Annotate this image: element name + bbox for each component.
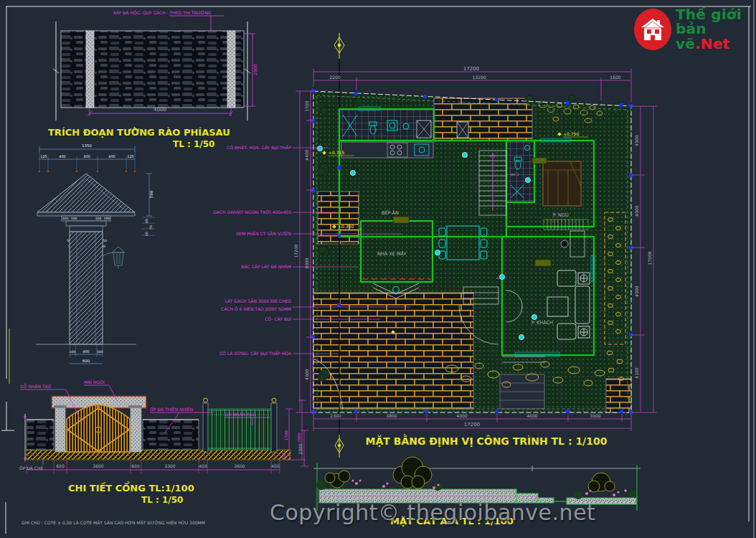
pillar-dim-total-bottom: 600: [82, 359, 90, 363]
lantern-icon: [103, 247, 125, 269]
plan-dim: 3800: [386, 413, 397, 418]
plan-dim: 4000: [456, 413, 467, 418]
pillar-dim: 100: [97, 350, 103, 354]
pillar-dim: 100: [70, 350, 76, 354]
room-label-wc: WC 2: [511, 173, 519, 176]
plan-dim: 17200: [463, 66, 479, 72]
plan-dim: 3000: [590, 413, 600, 418]
gate-label-wood-right: GỖ NHÂN TẠO: [225, 411, 256, 417]
plan-dim: 4400: [304, 149, 309, 160]
plan-dim: 2300: [330, 413, 341, 418]
gate-dim: 600: [56, 463, 65, 468]
plan-dim: 4000: [634, 135, 639, 146]
pillar-dim: 60: [145, 219, 148, 223]
svg-text:+0.750: +0.750: [563, 131, 579, 136]
plan-dim: 1500: [304, 100, 309, 111]
svg-text:GẠCH GRANIT NGOÀI TRỜI 400x400: GẠCH GRANIT NGOÀI TRỜI 400x400: [213, 209, 291, 215]
gate-dim: 1500: [284, 430, 288, 440]
gate-dim: 500: [282, 450, 286, 458]
gate-dim: 400: [271, 463, 280, 468]
gate-dim: 3600: [93, 463, 103, 468]
fence-detail: XÂY ĐÁ HỘC- QUY CÁCH : THEO THỊ TRƯỜNG 4…: [48, 10, 257, 149]
pillar-dim: 100: [95, 217, 102, 220]
section-bushes: [325, 457, 615, 492]
fence-title: TRÍCH ĐOẠN TƯỜNG RÀO PHÍASAU: [48, 127, 230, 138]
gate-label-roof: MÁI NGÓI: [84, 379, 105, 384]
plan-dim: 4100: [634, 367, 639, 378]
svg-text:CỎ- CÂY BỤI: CỎ- CÂY BỤI: [265, 316, 291, 322]
svg-text:BẬC CẤP LÁT ĐÁ NHÁM: BẬC CẤP LÁT ĐÁ NHÁM: [241, 263, 291, 270]
survey-symbol-bottom: [335, 435, 344, 458]
gate-label-stone-natural: ỐP ĐÁ THIÊN NHIÊN: [150, 406, 193, 412]
gate-dim: 400: [199, 463, 207, 468]
svg-text:+0.300: +0.300: [338, 224, 354, 229]
logo-house-icon: [634, 9, 671, 50]
fence-dim-width: 4000: [153, 107, 166, 113]
pillar-dim: 300: [83, 154, 90, 159]
pillar-dim: 400: [82, 349, 90, 354]
svg-text:CÁCH Ô 6 VIÊN TẠO JIONT 50MM: CÁCH Ô 6 VIÊN TẠO JIONT 50MM: [221, 306, 291, 312]
gate-scale: TL : 1/50: [141, 495, 183, 505]
logo-text-suffix: .Net: [695, 35, 729, 52]
gate-dim: 3300: [164, 463, 175, 468]
gate-dim: 600: [131, 463, 140, 468]
plan-dim: 13200: [472, 75, 486, 80]
plan-dim: 17200: [464, 422, 480, 428]
fence-note: XÂY ĐÁ HỘC- QUY CÁCH : THEO THỊ TRƯỜNG: [113, 10, 212, 16]
pillar-dim: 125: [127, 154, 134, 159]
plan-dim: 4600: [304, 369, 309, 379]
gate-dim: 2000: [297, 433, 301, 443]
cad-application-window: XÂY ĐÁ HỘC- QUY CÁCH : THEO THỊ TRƯỜNG 4…: [0, 0, 756, 538]
gate-label-stone-split: ỐP ĐÁ CHẺ: [19, 465, 44, 471]
bed: [543, 161, 581, 206]
svg-text:XEM PHẦN CT SÂN VƯỜN: XEM PHẦN CT SÂN VƯỜN: [236, 230, 291, 236]
gate-label-wood-left: GỖ NHÂN TẠO: [20, 383, 52, 390]
pillar-dim: 400: [59, 154, 66, 159]
plan-dim: 4000: [634, 285, 639, 296]
fence-dim-height: 2000: [252, 64, 257, 75]
pillar-dim-total-top: 1350: [82, 143, 92, 148]
plan-dim: 17000: [647, 251, 652, 265]
logo-text-line1: Thế giới: [676, 7, 756, 22]
plan-dim: 1600: [610, 75, 620, 80]
svg-text:CỎ LÁ GỪNG- CÂY BỤI THẤP-HOA: CỎ LÁ GỪNG- CÂY BỤI THẤP-HOA: [219, 350, 292, 357]
plan-dim: 2000: [298, 443, 303, 454]
svg-text:CỎ NHẬT- HOA- CÂY BỤI THẤP: CỎ NHẬT- HOA- CÂY BỤI THẤP: [227, 144, 291, 151]
room-label-living: P. KHÁCH: [531, 319, 553, 326]
survey-symbol-top: [334, 33, 344, 59]
pillar-dim: 125: [40, 154, 47, 159]
room-label-kitchen: BẾP-ĂN: [382, 209, 399, 216]
plan-dim: 2200: [329, 75, 340, 80]
pillar-dim-roof: 590: [149, 190, 153, 198]
site-plan: BẾP-ĂN NHÀ XE MÁY P. KHÁCH P. NGỦ WC 2 1…: [213, 33, 657, 466]
pillar-dim: 100: [104, 217, 110, 220]
pillar-dim: 400: [108, 154, 115, 159]
plan-dim: 17200: [293, 244, 298, 258]
room-label-bedroom: P. NGỦ: [553, 212, 569, 218]
svg-text:LÁT GẠCH SÂN 300X300 CHÉO: LÁT GẠCH SÂN 300X300 CHÉO: [225, 298, 291, 304]
fence-scale: TL : 1/50: [173, 139, 214, 149]
plan-dim: 4000: [526, 413, 537, 418]
plan-title: MẶT BẰNG ĐỊNH VỊ CÔNG TRÌNH TL : 1/100: [366, 434, 608, 447]
drawing-canvas[interactable]: XÂY ĐÁ HỘC- QUY CÁCH : THEO THỊ TRƯỜNG 4…: [0, 0, 756, 538]
pillar-dim: 100: [62, 217, 69, 220]
room-label-garage: NHÀ XE MÁY: [377, 250, 406, 257]
gate-title: CHI TIẾT CỔNG TL:1/100: [68, 481, 194, 494]
gate-dim: 3600: [234, 463, 245, 468]
pillar-detail: 1350 125 400 300 400 125 590 100 100 100…: [36, 143, 155, 364]
site-logo: Thế giới bản vẽ.Net: [634, 7, 756, 51]
pillar-dim: 50: [103, 239, 107, 242]
command-bar: × > ▾ Type a command: [0, 521, 756, 538]
pillar-dim: 100: [71, 217, 77, 220]
plan-dim: 4000: [634, 205, 639, 216]
gate-detail: 1500 2000 500 600 3600 600 3300 400 3600…: [19, 379, 306, 526]
svg-text:+0.715: +0.715: [329, 150, 344, 155]
